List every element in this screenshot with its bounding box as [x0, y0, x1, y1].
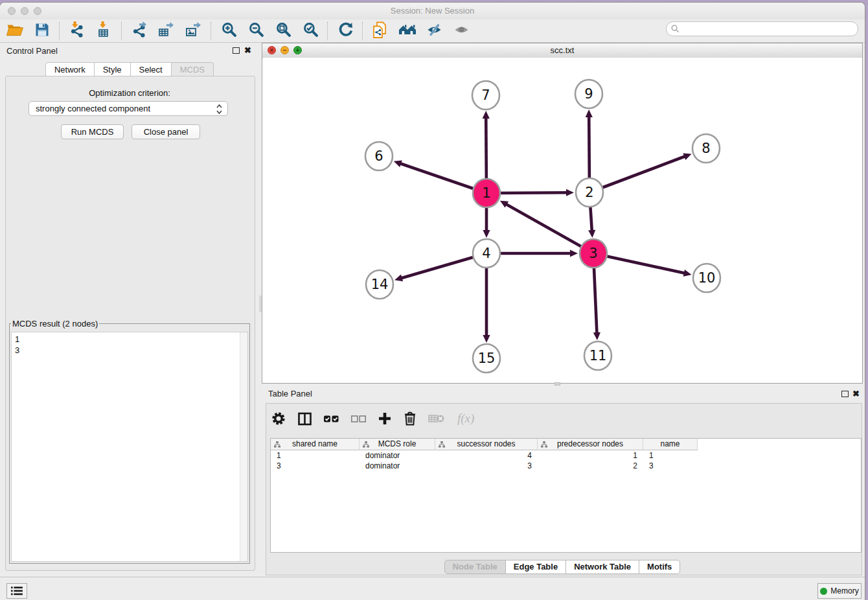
search-input[interactable]: [682, 23, 858, 35]
edge-arrow-1-6: [394, 160, 402, 167]
node-9[interactable]: 9: [575, 80, 602, 108]
column-header-predecessor-nodes[interactable]: predecessor nodes: [538, 439, 643, 450]
apply-layout-button[interactable]: [336, 22, 355, 40]
import-table-button[interactable]: [95, 22, 114, 40]
run-mcds-button[interactable]: Run MCDS: [61, 124, 124, 139]
show-all-button[interactable]: [452, 22, 472, 40]
node-3[interactable]: 3: [580, 239, 607, 268]
show-all-icon: [453, 22, 471, 40]
network-graph[interactable]: 7968124314101511: [263, 58, 862, 383]
edge-arrow-1-7: [483, 111, 490, 119]
memory-button[interactable]: Memory: [817, 583, 862, 599]
edge-3-1[interactable]: [506, 204, 593, 253]
cell-successor-nodes[interactable]: 3: [435, 461, 538, 471]
search-box[interactable]: [666, 21, 858, 36]
cell-name[interactable]: 1: [643, 450, 698, 461]
column-label: successor nodes: [457, 439, 515, 448]
zoom-in-button[interactable]: [219, 22, 238, 40]
zoom-out-button[interactable]: [246, 22, 266, 40]
network-canvas[interactable]: 7968124314101511: [263, 58, 862, 383]
toolbar-separator: [327, 22, 328, 40]
open-file-button[interactable]: [5, 22, 25, 40]
close-panel-icon[interactable]: ✖: [244, 45, 251, 55]
control-panel-title: Control Panel: [6, 46, 58, 56]
zoom-in-icon: [222, 22, 236, 40]
column-header-MCDS-role[interactable]: MCDS role: [360, 439, 435, 450]
edge-2-8[interactable]: [589, 156, 685, 192]
home-button[interactable]: [398, 22, 417, 40]
svg-text:7: 7: [481, 87, 490, 103]
network-window-titlebar[interactable]: × – + scc.txt: [262, 43, 862, 58]
cell-shared-name[interactable]: 1: [271, 450, 360, 461]
export-network-button[interactable]: [130, 22, 149, 40]
column-header-name[interactable]: name: [643, 439, 698, 450]
tab-edge-table[interactable]: Edge Table: [506, 560, 566, 574]
cell-name[interactable]: 3: [643, 461, 698, 471]
node-11[interactable]: 11: [584, 341, 611, 370]
zoom-fit-button[interactable]: [273, 22, 293, 40]
mcds-result-textarea[interactable]: 1 3: [11, 332, 248, 562]
column-header-successor-nodes[interactable]: successor nodes: [435, 439, 538, 450]
svg-text:8: 8: [702, 141, 710, 156]
node-6[interactable]: 6: [365, 142, 393, 170]
zoom-selected-icon: [303, 22, 318, 40]
deselect-all-button[interactable]: [350, 410, 367, 430]
cell-shared-name[interactable]: 3: [271, 461, 360, 471]
tab-network-table[interactable]: Network Table: [566, 560, 639, 574]
table-close-panel-icon[interactable]: ✖: [852, 389, 860, 398]
node-14[interactable]: 14: [366, 270, 393, 299]
delete-table-button: [428, 410, 445, 430]
vertical-split-handle[interactable]: [259, 295, 262, 312]
task-history-button[interactable]: [6, 583, 27, 599]
hide-selected-button[interactable]: [425, 22, 444, 40]
delete-column-button[interactable]: [403, 410, 417, 430]
tab-node-table[interactable]: Node Table: [444, 560, 506, 574]
app-titlebar[interactable]: Session: New Session: [0, 3, 865, 20]
close-panel-button[interactable]: Close panel: [131, 124, 200, 139]
table-row[interactable]: 3dominator323: [271, 461, 698, 471]
duplicate-network-button[interactable]: [371, 22, 390, 40]
selected-option: strongly connected component: [36, 104, 150, 113]
cell-MCDS-role[interactable]: dominator: [360, 450, 435, 461]
table-float-panel-icon[interactable]: [841, 391, 849, 397]
select-all-button[interactable]: [323, 410, 339, 430]
zoom-selected-button[interactable]: [301, 22, 320, 40]
dropdown-stepper-icon: [216, 104, 222, 115]
column-header-shared-name[interactable]: shared name: [271, 439, 360, 450]
tab-mcds[interactable]: MCDS: [172, 62, 214, 77]
cell-MCDS-role[interactable]: dominator: [360, 461, 435, 471]
node-4[interactable]: 4: [473, 239, 500, 268]
node-1[interactable]: 1: [473, 179, 500, 207]
cell-successor-nodes[interactable]: 4: [435, 450, 538, 461]
tab-motifs[interactable]: Motifs: [639, 560, 680, 574]
node-7[interactable]: 7: [472, 81, 499, 110]
gear-button[interactable]: [271, 410, 286, 430]
svg-text:3: 3: [589, 246, 597, 261]
add-column-button[interactable]: [378, 410, 392, 430]
tab-select[interactable]: Select: [131, 62, 172, 77]
tab-style[interactable]: Style: [95, 62, 131, 77]
save-session-button[interactable]: [32, 22, 52, 40]
node-8[interactable]: 8: [692, 134, 720, 163]
horizontal-split-handle[interactable]: [554, 382, 560, 386]
cell-predecessor-nodes[interactable]: 1: [538, 450, 643, 461]
table-row[interactable]: 1dominator411: [271, 450, 698, 461]
control-panel-tabs: NetworkStyleSelectMCDS: [0, 62, 259, 77]
import-network-button[interactable]: [67, 22, 87, 40]
split-view-button[interactable]: [297, 410, 312, 430]
node-2[interactable]: 2: [576, 178, 603, 207]
node-table: shared nameMCDS rolesuccessor nodesprede…: [270, 438, 862, 553]
zoom-fit-icon: [276, 22, 291, 40]
deselect-all-icon: [350, 414, 367, 426]
node-10[interactable]: 10: [693, 264, 720, 292]
cell-predecessor-nodes[interactable]: 2: [538, 461, 643, 471]
node-15[interactable]: 15: [473, 344, 500, 373]
tab-network[interactable]: Network: [45, 62, 95, 77]
float-panel-icon[interactable]: [233, 47, 240, 54]
export-table-button[interactable]: [157, 22, 176, 40]
network-view-window: × – + scc.txt 7968124314101511: [262, 43, 863, 384]
export-image-button[interactable]: [184, 22, 203, 40]
optimization-criterion-select[interactable]: strongly connected component: [29, 101, 228, 116]
result-scrollbar[interactable]: [240, 332, 247, 561]
delete-column-icon: [403, 411, 417, 429]
